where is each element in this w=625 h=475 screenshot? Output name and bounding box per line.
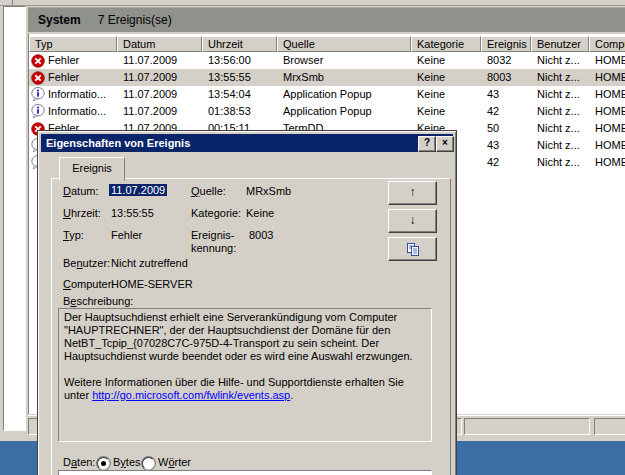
statusbar-panel xyxy=(594,418,625,435)
cell-datum: 11.07.2009 xyxy=(117,86,202,103)
cell-uhrzeit: 13:55:55 xyxy=(202,69,277,86)
info-icon xyxy=(31,104,45,119)
cell-benutzer: Nicht z... xyxy=(531,69,589,86)
kategorie-value: Keine xyxy=(246,207,274,219)
quelle-value: MRxSmb xyxy=(246,185,291,197)
radio-bytes[interactable] xyxy=(97,457,110,470)
cell-ereignis: 43 xyxy=(481,137,531,154)
table-row[interactable]: Informatio...11.07.200913:54:04Applicati… xyxy=(29,86,625,103)
cell-uhrzeit: 13:56:00 xyxy=(202,52,277,69)
cell-ereignis: 42 xyxy=(481,103,531,120)
kategorie-label: Kategorie: xyxy=(191,207,241,219)
datum-label: Datum: xyxy=(63,185,98,197)
cell-computer: HOME- xyxy=(589,52,625,69)
info-icon xyxy=(31,87,45,102)
window-top-edge xyxy=(0,0,625,6)
cell-ereignis: 43 xyxy=(481,86,531,103)
beschreibung-label: Beschreibung: xyxy=(63,295,133,307)
column-header-ereignis[interactable]: Ereignis xyxy=(481,36,531,52)
typ-value: Fehler xyxy=(111,229,142,241)
cell-typ: Fehler xyxy=(29,69,117,86)
cell-benutzer: Nicht z... xyxy=(531,103,589,120)
column-header-uhrzeit[interactable]: Uhrzeit xyxy=(202,36,277,52)
cell-benutzer: Nicht z... xyxy=(531,120,589,137)
datum-value: 11.07.2009 xyxy=(109,184,167,196)
dialog-titlebar[interactable]: Eigenschaften von Ereignis xyxy=(41,134,453,152)
description-paragraph: Weitere Informationen über die Hilfe- un… xyxy=(64,376,426,402)
uhrzeit-value: 13:55:55 xyxy=(111,207,154,219)
benutzer-label: Benutzer: xyxy=(63,257,110,269)
uhrzeit-label: Uhrzeit: xyxy=(63,207,101,219)
table-row[interactable]: Fehler11.07.200913:56:00BrowserKeine8032… xyxy=(29,52,625,69)
cell-benutzer: Nicht z... xyxy=(531,137,589,154)
column-header-quelle[interactable]: Quelle xyxy=(277,36,411,52)
data-box[interactable] xyxy=(58,470,432,475)
statusbar-panel xyxy=(464,418,590,435)
cell-computer: HOME- xyxy=(589,137,625,154)
cell-benutzer: Nicht z... xyxy=(531,86,589,103)
cell-typ: Informatio... xyxy=(29,103,117,120)
up-arrow-icon: ↑ xyxy=(410,185,416,199)
column-header-kategorie[interactable]: Kategorie xyxy=(411,36,481,52)
cell-ereignis: 8003 xyxy=(481,69,531,86)
kennung-label: Ereignis- xyxy=(191,229,234,241)
cell-kategorie: Keine xyxy=(411,52,481,69)
cell-computer: HOME- xyxy=(589,120,625,137)
cell-uhrzeit: 01:38:53 xyxy=(202,103,277,120)
cell-ereignis: 42 xyxy=(481,154,531,171)
event-viewer-window: System 7 Ereignis(se) TypDatumUhrzeitQue… xyxy=(0,0,625,475)
close-icon[interactable]: × xyxy=(436,136,454,152)
cell-datum: 11.07.2009 xyxy=(117,103,202,120)
next-event-button[interactable]: ↓ xyxy=(388,209,437,233)
cell-computer: HOME- xyxy=(589,154,625,171)
cell-uhrzeit: 13:54:04 xyxy=(202,86,277,103)
cell-benutzer: Nicht z... xyxy=(531,52,589,69)
cell-typ: Informatio... xyxy=(29,86,117,103)
cell-computer: HOME- xyxy=(589,69,625,86)
help-button[interactable]: ? xyxy=(418,136,436,152)
column-header-typ[interactable]: Typ xyxy=(29,36,117,52)
description-paragraph: Der Hauptsuchdienst erhielt eine Servera… xyxy=(64,311,426,363)
log-name: System xyxy=(38,13,81,27)
cell-typ: Fehler xyxy=(29,52,117,69)
computer-label: Computer: xyxy=(63,278,114,290)
cell-kategorie: Keine xyxy=(411,86,481,103)
description-box[interactable]: Der Hauptsuchdienst erhielt eine Servera… xyxy=(58,308,432,442)
radio-dot xyxy=(101,461,106,466)
cell-kategorie: Keine xyxy=(411,69,481,86)
result-pane-header: System 7 Ereignis(se) xyxy=(28,7,625,32)
daten-label: Daten: xyxy=(63,456,95,468)
benutzer-value: Nicht zutreffend xyxy=(111,257,188,269)
cell-computer: HOME- xyxy=(589,103,625,120)
cell-ereignis: 50 xyxy=(481,120,531,137)
console-tree-pane xyxy=(3,6,26,431)
cell-datum: 11.07.2009 xyxy=(117,69,202,86)
typ-label: Typ: xyxy=(63,229,84,241)
radio-woerter[interactable] xyxy=(142,457,155,470)
cell-quelle: Browser xyxy=(277,52,411,69)
tab-ereignis[interactable]: Ereignis xyxy=(59,157,125,181)
toolbar-divider xyxy=(12,0,13,5)
cell-quelle: Application Popup xyxy=(277,86,411,103)
down-arrow-icon: ↓ xyxy=(410,213,416,227)
column-header-computer[interactable]: Computer xyxy=(589,36,625,52)
cell-datum: 11.07.2009 xyxy=(117,52,202,69)
cell-kategorie: Keine xyxy=(411,103,481,120)
radio-bytes-label: Bytes xyxy=(113,456,141,468)
cell-ereignis: 8032 xyxy=(481,52,531,69)
copy-icon xyxy=(405,242,421,257)
previous-event-button[interactable]: ↑ xyxy=(388,181,437,205)
events-link[interactable]: http://go.microsoft.com/fwlink/events.as… xyxy=(92,389,290,401)
error-icon xyxy=(31,71,45,85)
radio-woerter-label: Wörter xyxy=(158,456,191,468)
table-row[interactable]: Fehler11.07.200913:55:55MrxSmbKeine8003N… xyxy=(29,69,625,86)
column-header-datum[interactable]: Datum xyxy=(117,36,202,52)
copy-button[interactable] xyxy=(388,237,437,261)
error-icon xyxy=(31,54,45,68)
column-header-benutzer[interactable]: Benutzer xyxy=(531,36,589,52)
dialog-title: Eigenschaften von Ereignis xyxy=(46,137,190,149)
cell-quelle: MrxSmb xyxy=(277,69,411,86)
table-row[interactable]: Informatio...11.07.200901:38:53Applicati… xyxy=(29,103,625,120)
quelle-label: Quelle: xyxy=(191,185,226,197)
event-count: 7 Ereignis(se) xyxy=(98,13,172,27)
